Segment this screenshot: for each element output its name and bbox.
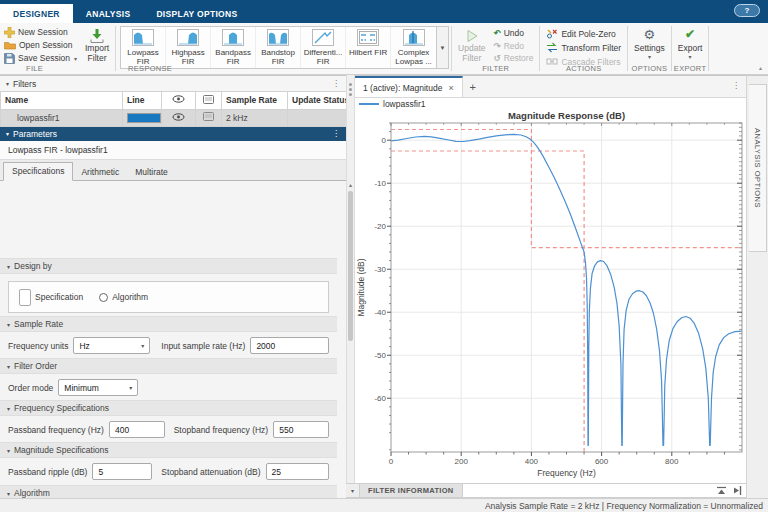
ribbon-separator bbox=[115, 26, 116, 71]
settings-gear-icon: ⚙ bbox=[644, 27, 656, 43]
section-label-filter: FILTER bbox=[454, 64, 537, 73]
stopband-attenuation-field[interactable]: 25 bbox=[266, 463, 329, 480]
gallery-item-bandpass-fir[interactable]: Bandpass FIR bbox=[211, 27, 256, 68]
chevron-down-icon: ▾ bbox=[129, 384, 132, 391]
section-label-response: RESPONSE bbox=[118, 64, 449, 73]
redo-button[interactable]: ↷ Redo bbox=[494, 40, 534, 52]
update-filter-icon bbox=[465, 28, 479, 43]
dock-panel-icon[interactable] bbox=[733, 486, 742, 495]
gallery-expand-button[interactable]: ▼ bbox=[436, 27, 448, 68]
bandpass-fir-icon bbox=[222, 29, 244, 46]
help-button[interactable]: ? bbox=[734, 4, 760, 17]
parameters-panel-header[interactable]: ▾ Parameters ⋮ bbox=[0, 127, 346, 141]
gallery-item-bandstop-fir[interactable]: Bandstop FIR bbox=[256, 27, 301, 68]
transform-filter-button[interactable]: Transform Filter bbox=[546, 41, 621, 54]
order-mode-select[interactable]: Minimum▾ bbox=[58, 379, 138, 396]
close-icon[interactable]: × bbox=[448, 83, 453, 93]
plot-tab-magnitude[interactable]: 1 (active): Magnitude × bbox=[355, 76, 463, 97]
filter-information-tab[interactable]: FILTER INFORMATION bbox=[360, 484, 463, 497]
new-session-icon bbox=[4, 27, 15, 38]
filters-menu-icon[interactable]: ⋮ bbox=[332, 79, 340, 88]
maximize-panel-icon[interactable] bbox=[716, 486, 727, 495]
stopband-frequency-label: Stopband frequency (Hz) bbox=[174, 425, 269, 435]
gallery-item-complex-lowpass[interactable]: Complex Lowpas ... bbox=[391, 27, 436, 68]
open-session-button[interactable]: Open Session bbox=[4, 39, 77, 51]
scroll-up-icon[interactable]: ▲ bbox=[347, 182, 354, 188]
filter-visibility-cell[interactable] bbox=[162, 109, 196, 126]
undo-icon: ↶ bbox=[494, 28, 501, 38]
svg-text:400: 400 bbox=[525, 457, 539, 466]
ribbon-collapse-icon[interactable]: ▴ bbox=[759, 64, 762, 71]
legend-label: lowpassfir1 bbox=[383, 99, 426, 109]
col-line[interactable]: Line bbox=[123, 92, 162, 109]
tab-specifications[interactable]: Specifications bbox=[3, 162, 73, 181]
radio-algorithm[interactable]: Algorithm bbox=[99, 292, 148, 302]
sample-rate-header[interactable]: ▾ Sample Rate bbox=[0, 316, 337, 332]
plot-tabs-menu-icon[interactable]: ⋮ bbox=[732, 81, 740, 90]
filter-row-lowpassfir1[interactable]: lowpassfir1 2 kHz bbox=[1, 109, 347, 126]
filter-information-expand-icon[interactable]: ▾ bbox=[346, 484, 360, 497]
new-plot-tab-button[interactable]: + bbox=[463, 76, 483, 97]
ribbon-section-file: New Session Open Session Save Session ▾ … bbox=[0, 23, 113, 74]
line-swatch[interactable] bbox=[127, 113, 161, 123]
save-session-button[interactable]: Save Session ▾ bbox=[4, 52, 77, 64]
tab-analysis[interactable]: ANALYSIS bbox=[73, 4, 144, 23]
legend-line bbox=[359, 103, 379, 105]
algorithm-header[interactable]: ▾ Algorithm bbox=[0, 485, 337, 498]
radio-specification[interactable]: Specification bbox=[19, 289, 83, 306]
passband-frequency-field[interactable]: 400 bbox=[109, 421, 165, 438]
analysis-options-tab[interactable]: ANALYSIS OPTIONS bbox=[749, 84, 767, 252]
save-session-dropdown-icon[interactable]: ▾ bbox=[74, 55, 77, 62]
gallery-item-highpass-fir[interactable]: Highpass FIR bbox=[166, 27, 211, 68]
col-name[interactable]: Name bbox=[1, 92, 123, 109]
col-sample-rate[interactable]: Sample Rate bbox=[222, 92, 288, 109]
collapse-triangle-icon[interactable]: ▾ bbox=[6, 80, 9, 87]
gallery-item-hilbert-fir[interactable]: Hilbert FIR bbox=[346, 27, 391, 68]
filter-annotation-cell[interactable] bbox=[196, 109, 222, 126]
gallery-item-lowpass-fir[interactable]: Lowpass FIR bbox=[121, 27, 166, 68]
col-update-status[interactable]: Update Status bbox=[288, 92, 347, 109]
gallery-item-differentiator-fir[interactable]: Differenti... FIR bbox=[301, 27, 346, 68]
frequency-specifications-header[interactable]: ▾ Frequency Specifications bbox=[0, 400, 337, 416]
filter-line-cell[interactable] bbox=[123, 109, 162, 126]
collapse-triangle-icon: ▾ bbox=[7, 363, 10, 370]
undo-button[interactable]: ↶ Undo bbox=[494, 27, 534, 39]
col-annotation[interactable] bbox=[196, 92, 222, 109]
new-session-button[interactable]: New Session bbox=[4, 26, 77, 38]
design-by-header[interactable]: ▾ Design by bbox=[0, 258, 337, 274]
tab-designer[interactable]: DESIGNER bbox=[0, 4, 73, 23]
scrollbar-thumb[interactable] bbox=[348, 191, 353, 341]
panel-splitter[interactable]: ▲ ▼ bbox=[346, 75, 355, 498]
magnitude-specifications-row: Passband ripple (dB) 5 Stopband attenuat… bbox=[0, 462, 337, 481]
plot-legend: lowpassfir1 bbox=[355, 98, 746, 110]
input-sample-rate-field[interactable]: 2000 bbox=[250, 337, 329, 354]
filters-panel-header[interactable]: ▾ Filters ⋮ bbox=[0, 76, 346, 92]
settings-dropdown-icon: ▾ bbox=[648, 54, 651, 61]
stopband-attenuation-label: Stopband attenuation (dB) bbox=[161, 467, 260, 477]
col-visibility[interactable] bbox=[162, 92, 196, 109]
complex-lowpass-icon bbox=[403, 29, 425, 46]
ribbon-separator bbox=[539, 26, 540, 71]
passband-ripple-field[interactable]: 5 bbox=[92, 463, 152, 480]
edit-pole-zero-button[interactable]: Edit Pole-Zero bbox=[546, 27, 621, 40]
parameters-menu-icon[interactable]: ⋮ bbox=[332, 129, 340, 138]
magnitude-specifications-header[interactable]: ▾ Magnitude Specifications bbox=[0, 442, 337, 458]
magnitude-response-chart[interactable]: 02004006008000-10-20-30-40-50-60Magnitud… bbox=[355, 110, 746, 484]
tab-arithmetic[interactable]: Arithmetic bbox=[73, 164, 127, 181]
splitter-grip[interactable] bbox=[349, 83, 352, 96]
bandstop-fir-icon bbox=[267, 29, 289, 46]
tab-multirate[interactable]: Multirate bbox=[127, 164, 176, 181]
collapse-triangle-icon[interactable]: ▾ bbox=[6, 130, 9, 137]
restore-button[interactable]: ↺ Restore bbox=[494, 52, 534, 64]
design-by-group: Specification Algorithm bbox=[8, 281, 329, 313]
svg-text:-10: -10 bbox=[374, 179, 386, 188]
filter-order-header[interactable]: ▾ Filter Order bbox=[0, 358, 337, 374]
filters-table: Name Line Sample Rate Update Status lowp… bbox=[0, 92, 347, 127]
eye-icon bbox=[172, 113, 185, 121]
stopband-frequency-field[interactable]: 550 bbox=[273, 421, 329, 438]
transform-filter-icon bbox=[546, 42, 558, 53]
radio-unselected-icon bbox=[99, 293, 108, 302]
plot-tabs: 1 (active): Magnitude × + ⋮ bbox=[355, 76, 746, 98]
tab-display-options[interactable]: DISPLAY OPTIONS bbox=[143, 4, 250, 23]
frequency-units-select[interactable]: Hz▾ bbox=[73, 337, 150, 354]
